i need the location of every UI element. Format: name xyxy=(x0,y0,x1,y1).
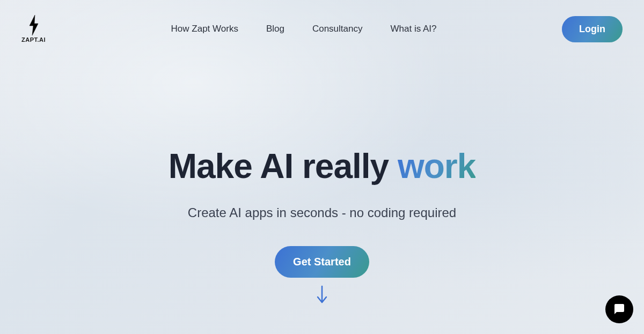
nav-what-is-ai[interactable]: What is AI? xyxy=(391,24,437,34)
nav-consultancy[interactable]: Consultancy xyxy=(312,24,363,34)
hero-title-prefix: Make AI really xyxy=(169,147,398,185)
scroll-down-indicator[interactable] xyxy=(0,285,644,305)
hero-subtitle: Create AI apps in seconds - no coding re… xyxy=(0,205,644,220)
nav-how-zapt-works[interactable]: How Zapt Works xyxy=(171,24,238,34)
chat-icon xyxy=(612,302,626,316)
logo-text: ZAPT.AI xyxy=(21,36,46,43)
get-started-button[interactable]: Get Started xyxy=(275,246,369,278)
arrow-down-icon xyxy=(314,285,330,305)
hero-title: Make AI really work xyxy=(0,147,644,185)
hero-section: Make AI really work Create AI apps in se… xyxy=(0,147,644,305)
main-nav: How Zapt Works Blog Consultancy What is … xyxy=(171,24,437,34)
chat-widget-button[interactable] xyxy=(605,295,633,323)
logo[interactable]: ZAPT.AI xyxy=(21,15,46,43)
login-button[interactable]: Login xyxy=(562,16,623,42)
lightning-bolt-icon xyxy=(27,15,40,35)
header: ZAPT.AI How Zapt Works Blog Consultancy … xyxy=(0,0,644,43)
hero-title-accent: work xyxy=(398,147,475,185)
nav-blog[interactable]: Blog xyxy=(266,24,284,34)
